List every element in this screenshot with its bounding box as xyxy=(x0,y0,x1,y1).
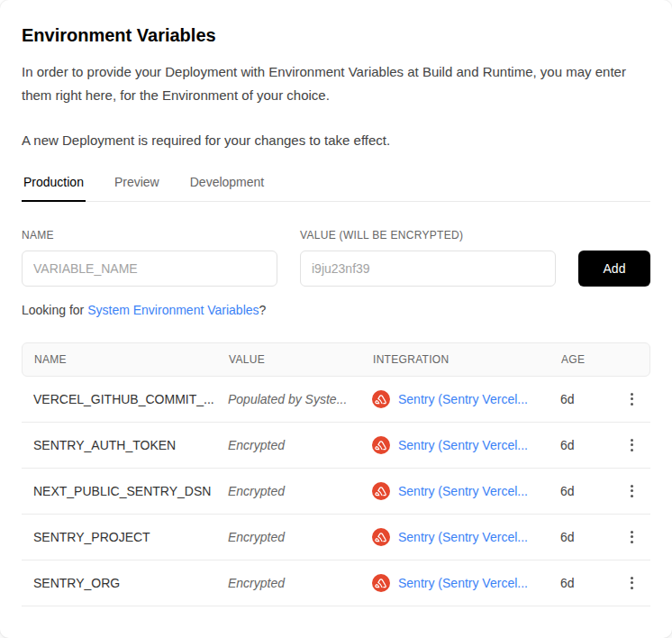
sentry-icon xyxy=(372,390,390,408)
kebab-menu-icon[interactable] xyxy=(625,527,639,547)
integration-link[interactable]: Sentry (Sentry Vercel... xyxy=(398,438,528,452)
integration-link[interactable]: Sentry (Sentry Vercel... xyxy=(398,392,528,406)
column-header-value: VALUE xyxy=(229,353,373,366)
system-env-hint: Looking for System Environment Variables… xyxy=(22,303,650,317)
env-var-value: Encrypted xyxy=(228,438,372,452)
env-var-value: Populated by Syste... xyxy=(228,392,372,406)
name-label: NAME xyxy=(22,229,277,242)
tab-production[interactable]: Production xyxy=(22,175,86,202)
env-var-name: SENTRY_ORG xyxy=(33,576,228,590)
looking-for-text: Looking for xyxy=(22,303,87,317)
table-header-row: NAME VALUE INTEGRATION AGE xyxy=(22,342,650,377)
kebab-menu-icon[interactable] xyxy=(625,481,639,501)
env-var-name: NEXT_PUBLIC_SENTRY_DSN xyxy=(33,484,228,498)
name-field-group: NAME xyxy=(22,229,277,287)
integration-link[interactable]: Sentry (Sentry Vercel... xyxy=(398,576,528,590)
value-label: VALUE (WILL BE ENCRYPTED) xyxy=(300,229,556,242)
env-var-name: SENTRY_PROJECT xyxy=(33,530,228,544)
system-env-variables-link[interactable]: System Environment Variables xyxy=(87,303,259,317)
variable-name-input[interactable] xyxy=(22,251,277,287)
table-row: SENTRY_PROJECT Encrypted Sentry (Sentry … xyxy=(22,515,650,561)
env-var-age: 6d xyxy=(560,530,617,544)
sentry-icon xyxy=(372,574,390,592)
env-var-age: 6d xyxy=(560,392,617,406)
add-button[interactable]: Add xyxy=(578,251,650,287)
env-var-name: VERCEL_GITHUB_COMMIT_... xyxy=(33,392,228,406)
page-title: Environment Variables xyxy=(22,25,650,46)
question-mark: ? xyxy=(259,303,267,317)
integration-link[interactable]: Sentry (Sentry Vercel... xyxy=(398,530,528,544)
env-var-value: Encrypted xyxy=(228,530,372,544)
add-variable-form: NAME VALUE (WILL BE ENCRYPTED) Add xyxy=(22,229,650,287)
column-header-name: NAME xyxy=(34,353,229,366)
sentry-icon xyxy=(372,482,390,500)
table-row: VERCEL_GITHUB_COMMIT_... Populated by Sy… xyxy=(22,377,650,423)
env-var-age: 6d xyxy=(560,484,617,498)
tab-preview[interactable]: Preview xyxy=(113,175,161,201)
redeploy-note: A new Deployment is required for your ch… xyxy=(22,129,650,152)
table-row: SENTRY_AUTH_TOKEN Encrypted Sentry (Sent… xyxy=(22,423,650,469)
kebab-menu-icon[interactable] xyxy=(625,389,639,409)
env-var-age: 6d xyxy=(560,438,617,452)
variable-value-input[interactable] xyxy=(300,251,556,287)
value-field-group: VALUE (WILL BE ENCRYPTED) xyxy=(300,229,556,287)
environment-variables-panel: Environment Variables In order to provid… xyxy=(0,0,672,638)
env-var-name: SENTRY_AUTH_TOKEN xyxy=(33,438,228,452)
column-header-integration: INTEGRATION xyxy=(373,353,561,366)
env-var-age: 6d xyxy=(560,576,617,590)
page-description: In order to provide your Deployment with… xyxy=(22,60,650,106)
table-row: SENTRY_ORG Encrypted Sentry (Sentry Verc… xyxy=(22,561,650,606)
tab-development[interactable]: Development xyxy=(188,175,267,201)
kebab-menu-icon[interactable] xyxy=(625,573,639,593)
integration-link[interactable]: Sentry (Sentry Vercel... xyxy=(398,484,528,498)
sentry-icon xyxy=(372,528,390,546)
column-header-age: AGE xyxy=(561,353,616,366)
environment-tabs: Production Preview Development xyxy=(22,175,650,202)
env-var-value: Encrypted xyxy=(228,484,372,498)
env-var-value: Encrypted xyxy=(228,576,372,590)
sentry-icon xyxy=(372,436,390,454)
env-variables-table: NAME VALUE INTEGRATION AGE VERCEL_GITHUB… xyxy=(22,342,650,606)
kebab-menu-icon[interactable] xyxy=(625,435,639,455)
table-row: NEXT_PUBLIC_SENTRY_DSN Encrypted Sentry … xyxy=(22,469,650,515)
